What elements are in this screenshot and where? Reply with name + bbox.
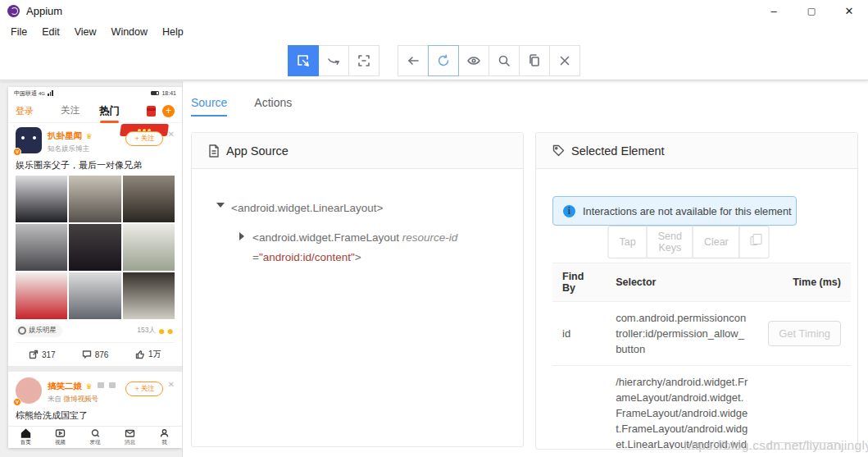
tap-button[interactable]: Tap [608, 226, 648, 258]
copy-icon [527, 53, 542, 68]
caret-right-icon[interactable] [238, 228, 252, 267]
photo-thumbnail[interactable] [123, 272, 175, 319]
comment-button[interactable]: 876 [69, 343, 122, 366]
share-button[interactable]: 317 [16, 343, 69, 366]
menu-bar: File Edit View Window Help [0, 22, 868, 41]
quit-session-button[interactable] [549, 45, 580, 76]
share-icon [29, 350, 39, 359]
menu-view[interactable]: View [67, 25, 104, 39]
copy-source-button[interactable] [519, 45, 550, 76]
tabbar-video[interactable]: 视频 [43, 427, 77, 448]
post-action-bar: 317 876 1万 [16, 342, 175, 366]
selected-element-header: Selected Element [536, 133, 857, 169]
highlight-elements-button[interactable] [458, 45, 489, 76]
tabbar-messages[interactable]: 消息 [112, 427, 147, 448]
close-button[interactable]: ✕ [830, 0, 868, 22]
select-elements-button[interactable] [288, 45, 319, 76]
video-icon [55, 428, 66, 438]
swipe-icon [326, 53, 341, 68]
red-packet-icon[interactable] [147, 106, 156, 117]
inspector-content: 中国联通 4G 18:41 登录 关注 热门 + [0, 81, 868, 457]
device-screenshot[interactable]: 中国联通 4G 18:41 登录 关注 热门 + [8, 87, 182, 448]
window-title: Appium [26, 5, 62, 17]
battery-icon [151, 91, 159, 95]
tabbar-discover[interactable]: 发现 [78, 427, 112, 448]
level-icon [98, 382, 104, 388]
find-by-value: id [552, 302, 606, 366]
verified-badge: V [13, 148, 21, 156]
topic-chip[interactable]: 娱乐明星 [16, 324, 62, 337]
table-row-xpath: xpath /hierarchy/android.widget.FrameLay… [552, 366, 851, 450]
menu-file[interactable]: File [3, 25, 34, 39]
tag-icon [552, 144, 565, 157]
discover-search-icon [90, 428, 101, 438]
selected-element-panel: Selected Element i Interactions are not … [535, 132, 858, 450]
post-user-badge: 知名娱乐博主 [48, 144, 125, 154]
caret-down-icon[interactable] [216, 199, 231, 218]
like-button[interactable]: 1万 [121, 343, 175, 366]
network-label: 4G [39, 91, 45, 96]
avatar[interactable]: V [16, 377, 42, 404]
tabbar-home[interactable]: 首页 [8, 427, 43, 448]
tabbar-profile[interactable]: 我 [148, 427, 182, 448]
refresh-button[interactable] [428, 45, 459, 76]
attribute-name: resource-id [402, 231, 458, 244]
send-keys-button[interactable]: Send Keys [647, 226, 693, 258]
tree-node-linearlayout[interactable]: <android.widget.LinearLayout> [216, 199, 523, 218]
follow-button[interactable]: ＋关注 [125, 131, 163, 146]
tab-hot[interactable]: 热门 [99, 104, 120, 118]
avatar[interactable]: V [16, 127, 42, 153]
topic-label: 娱乐明星 [29, 326, 57, 336]
tap-by-coordinates-button[interactable] [348, 45, 379, 76]
photo-thumbnail[interactable] [123, 224, 175, 271]
post-username[interactable]: 搞笑二娘 [48, 381, 82, 391]
inspector-tab-strip: Source Actions [191, 96, 292, 117]
dismiss-post-icon[interactable]: ✕ [168, 130, 175, 154]
home-icon [20, 428, 31, 438]
post-source-channel[interactable]: 微博视频号 [63, 395, 98, 403]
select-cursor-icon [296, 53, 311, 68]
copy-attributes-button[interactable] [739, 226, 770, 258]
login-link[interactable]: 登录 [16, 105, 34, 117]
tree-node-label: <android.widget.LinearLayout> [231, 199, 493, 218]
tab-follow[interactable]: 关注 [61, 104, 80, 118]
back-button[interactable] [398, 45, 429, 76]
dismiss-post-icon[interactable]: ✕ [168, 380, 175, 404]
get-timing-button[interactable]: Get Timing [768, 321, 841, 346]
photo-thumbnail[interactable] [123, 176, 175, 222]
photo-thumbnail[interactable] [16, 224, 67, 271]
tab-source[interactable]: Source [191, 96, 227, 117]
photo-thumbnail[interactable] [69, 224, 120, 271]
signal-bars-icon [48, 90, 53, 96]
photo-grid [16, 176, 175, 319]
menu-window[interactable]: Window [104, 25, 155, 39]
menu-help[interactable]: Help [155, 25, 191, 39]
tree-node-framelayout[interactable]: <android.widget.FrameLayout resource-id=… [238, 228, 523, 267]
thumbs-up-icon [135, 350, 145, 359]
post-text: 棕熊给洗成国宝了 [16, 409, 175, 422]
photo-thumbnail[interactable] [16, 176, 67, 222]
photo-thumbnail[interactable] [16, 272, 67, 319]
tab-actions[interactable]: Actions [254, 96, 292, 117]
element-action-buttons: Tap Send Keys Clear [608, 226, 770, 258]
menu-edit[interactable]: Edit [34, 25, 67, 39]
column-selector: Selector [606, 263, 758, 302]
swipe-by-coordinates-button[interactable] [318, 45, 349, 76]
compose-plus-button[interactable]: + [162, 105, 175, 117]
title-bar: Appium – ▢ ✕ [0, 0, 868, 22]
search-elements-button[interactable] [489, 45, 520, 76]
minimize-button[interactable]: – [755, 0, 793, 22]
member-icon [109, 382, 116, 388]
laugh-emoji-icon: ☻☻ [157, 327, 175, 336]
find-by-value: xpath [552, 366, 606, 450]
post-username[interactable]: 扒卦星闻 [48, 130, 82, 140]
clear-button[interactable]: Clear [693, 226, 740, 258]
inspector-panels: Source Actions App Source <android.widge… [182, 81, 868, 457]
photo-thumbnail[interactable] [69, 176, 120, 222]
table-row-id: id com.android.permissioncontroller:id/p… [552, 302, 851, 366]
follow-button[interactable]: ＋关注 [125, 382, 163, 396]
attribute-value: "android:id/content" [259, 251, 355, 263]
maximize-button[interactable]: ▢ [793, 0, 830, 22]
photo-thumbnail[interactable] [69, 272, 120, 319]
appium-logo-icon [7, 5, 20, 17]
